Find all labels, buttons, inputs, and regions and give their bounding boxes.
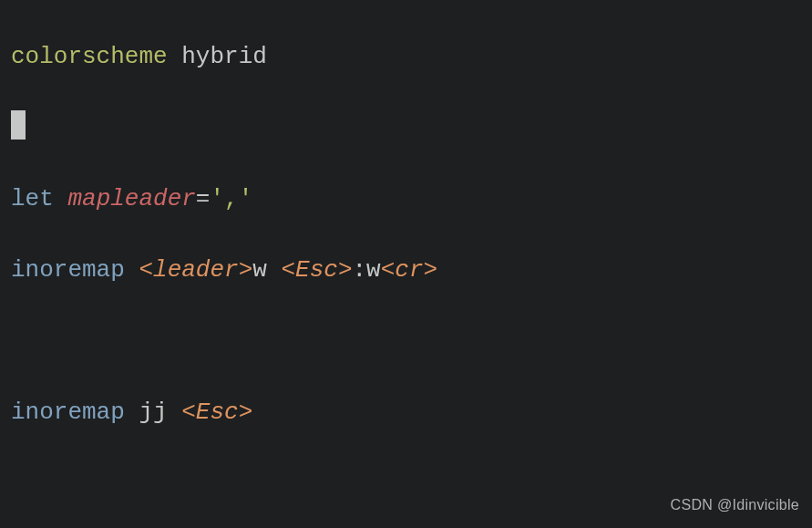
scheme-name: hybrid [181,43,267,70]
code-line-empty [11,324,801,359]
watermark-text: CSDN @Idinvicible [671,487,799,523]
code-line: inoremap <leader>w <Esc>:w<cr> [11,253,801,288]
operator: = [196,185,211,212]
code-line [11,110,801,146]
code-line: inoremap jj <Esc> [11,395,801,430]
keycode: <Esc> [281,256,352,284]
variable-name: mapleader [67,185,195,212]
keycode: <leader> [139,256,252,284]
vim-keyword: colorscheme [11,43,168,70]
vim-keyword: let [11,185,54,212]
cursor-block [11,110,26,140]
code-editor[interactable]: colorscheme hybrid let mapleader=',' ino… [0,0,812,528]
keycode: <Esc> [181,399,252,426]
keycode: <cr> [381,256,437,284]
code-line: let mapleader=',' [11,181,801,217]
command-text: :w [353,256,381,284]
vim-keyword: inoremap [11,256,125,284]
vim-keyword: inoremap [11,399,125,426]
key-sequence: jj [139,399,167,426]
string-literal: ',' [210,185,252,212]
key-char: w [252,256,267,284]
code-line: colorscheme hybrid [11,39,801,75]
